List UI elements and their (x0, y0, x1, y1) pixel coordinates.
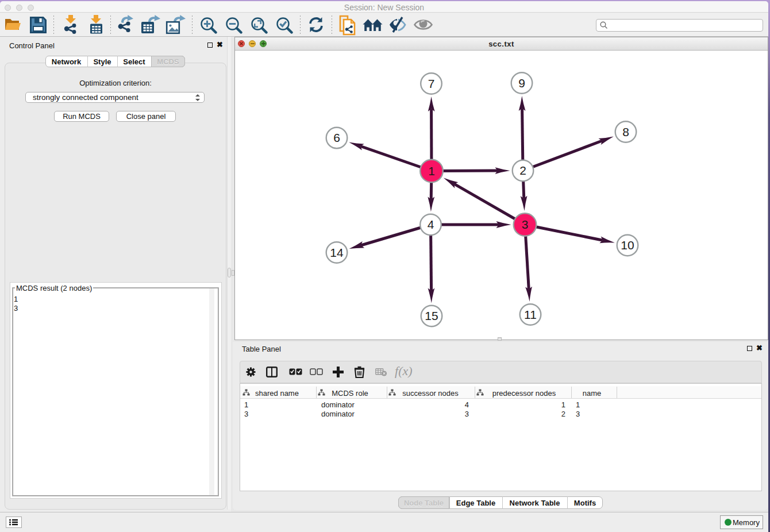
svg-text:8: 8 (622, 125, 629, 138)
svg-text:10: 10 (621, 238, 634, 252)
svg-text:7: 7 (428, 77, 435, 90)
svg-text:6: 6 (333, 131, 340, 144)
svg-text:9: 9 (518, 76, 525, 90)
svg-text:1: 1 (428, 164, 435, 178)
svg-text:14: 14 (330, 246, 344, 259)
svg-text:2: 2 (519, 164, 526, 177)
svg-text:4: 4 (428, 218, 434, 231)
svg-text:15: 15 (425, 309, 438, 322)
svg-text:11: 11 (524, 308, 537, 321)
svg-text:3: 3 (522, 218, 529, 231)
